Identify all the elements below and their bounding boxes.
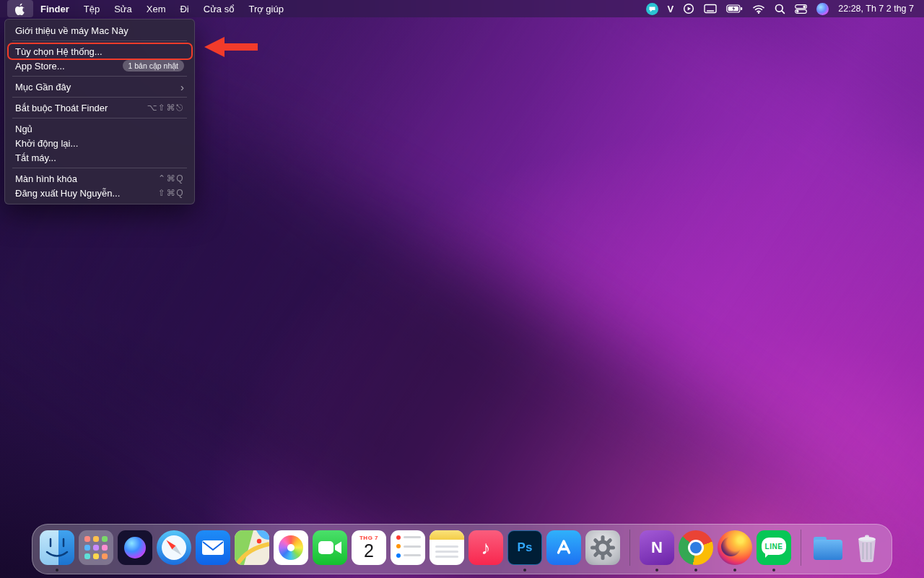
menu-separator [12, 40, 187, 41]
running-indicator [523, 569, 526, 571]
dock-item-notes[interactable] [430, 530, 464, 565]
menu-item-force-quit[interactable]: Bắt buộc Thoát Finder ⌥⇧⌘⎋ [5, 100, 194, 115]
input-source-indicator[interactable]: V [668, 0, 674, 17]
menu-item-about-this-mac[interactable]: Giới thiệu về máy Mac Này [5, 23, 194, 38]
dock: THG 7 2 ♪ Ps [32, 524, 892, 574]
control-center-icon[interactable] [795, 0, 807, 17]
photoshop-label: Ps [518, 540, 533, 555]
menu-item-label: Tùy chọn Hệ thống... [15, 46, 103, 57]
dock-item-music[interactable]: ♪ [468, 530, 503, 565]
battery-icon[interactable] [726, 0, 743, 17]
line-label: LINE [762, 538, 786, 555]
system-preferences-icon [585, 530, 620, 565]
siri-icon[interactable] [816, 0, 829, 17]
facetime-icon [313, 530, 347, 565]
menu-item-label: Đăng xuất Huy Nguyễn... [15, 188, 120, 199]
menu-item-shortcut: ⌥⇧⌘⎋ [147, 103, 184, 113]
dock-item-finder[interactable] [40, 530, 74, 565]
menu-item-sleep[interactable]: Ngủ [5, 121, 194, 136]
calendar-day-label: 2 [364, 541, 374, 560]
dock-item-reminders[interactable] [391, 530, 425, 565]
dock-item-chrome[interactable] [679, 530, 713, 565]
apple-menu-dropdown: Giới thiệu về máy Mac Này Tùy chọn Hệ th… [4, 19, 195, 204]
notes-icon [430, 530, 464, 565]
menu-item-recent-items[interactable]: Mục Gần đây › [5, 79, 194, 94]
dock-item-onenote[interactable]: N [640, 530, 674, 565]
onenote-label: N [651, 538, 663, 557]
menu-item-label: Màn hình khóa [15, 173, 77, 184]
screen-record-icon[interactable] [683, 0, 694, 17]
dock-item-app-store[interactable] [546, 530, 581, 565]
dock-item-system-preferences[interactable] [585, 530, 620, 565]
dock-item-safari[interactable] [157, 530, 191, 565]
dock-item-calendar[interactable]: THG 7 2 [352, 530, 386, 565]
menubar-menu-view[interactable]: Xem [139, 0, 173, 17]
submenu-chevron-icon: › [180, 82, 184, 92]
siri-dock-icon [118, 530, 152, 565]
dock-item-mail[interactable] [196, 530, 230, 565]
menu-item-shut-down[interactable]: Tắt máy... [5, 150, 194, 165]
finder-icon [40, 530, 74, 565]
dock-item-trash[interactable] [850, 530, 884, 565]
menubar-status-area: V [646, 0, 917, 17]
dock-item-photoshop[interactable]: Ps [507, 530, 542, 565]
running-indicator [655, 569, 658, 571]
dock-item-folder[interactable] [811, 530, 845, 565]
line-icon: LINE [757, 530, 791, 565]
onenote-icon: N [640, 530, 674, 565]
menu-item-label: Mục Gần đây [15, 82, 71, 92]
menu-item-restart[interactable]: Khởi động lại... [5, 136, 194, 150]
menubar-menu-edit[interactable]: Sửa [107, 0, 139, 17]
spotlight-icon[interactable] [775, 0, 785, 17]
menu-item-label: Khởi động lại... [15, 138, 78, 149]
dock-item-photos[interactable] [274, 530, 308, 565]
annotation-arrow [204, 37, 258, 57]
chat-app-icon[interactable] [646, 0, 658, 17]
folder-icon [811, 530, 845, 565]
chrome-icon [679, 530, 713, 565]
launchpad-icon [79, 530, 113, 565]
menubar-menu-window[interactable]: Cửa sổ [196, 0, 242, 17]
menu-item-app-store[interactable]: App Store... 1 bản cập nhật [5, 59, 194, 73]
menu-item-log-out[interactable]: Đăng xuất Huy Nguyễn... ⇧⌘Q [5, 186, 194, 200]
menu-separator [12, 168, 187, 168]
menubar-app-name[interactable]: Finder [33, 0, 77, 17]
menubar-clock[interactable]: 22:28, Th 7 2 thg 7 [838, 4, 917, 14]
menu-separator [12, 97, 187, 98]
dock-item-firefox[interactable] [718, 530, 752, 565]
running-indicator [56, 569, 58, 571]
trash-icon [850, 530, 884, 565]
menu-item-shortcut: ⇧⌘Q [158, 188, 184, 198]
photoshop-icon: Ps [507, 530, 542, 565]
menu-separator [12, 76, 187, 77]
music-note-glyph: ♪ [481, 537, 491, 559]
dock-item-maps[interactable] [235, 530, 269, 565]
menu-item-system-preferences[interactable]: Tùy chọn Hệ thống... [5, 44, 194, 59]
running-indicator [772, 569, 775, 571]
menubar-menu-go[interactable]: Đi [173, 0, 196, 17]
mail-icon [196, 530, 230, 565]
dock-item-facetime[interactable] [313, 530, 347, 565]
menu-item-label: Ngủ [15, 124, 32, 134]
menu-item-shortcut: ⌃⌘Q [158, 173, 184, 184]
menubar-menu-help[interactable]: Trợ giúp [241, 0, 291, 17]
keyboard-icon[interactable] [704, 0, 717, 17]
menu-separator [12, 118, 187, 118]
firefox-icon [718, 530, 752, 565]
running-indicator [733, 569, 736, 571]
wifi-icon[interactable] [752, 0, 765, 17]
menu-item-lock-screen[interactable]: Màn hình khóa ⌃⌘Q [5, 171, 194, 186]
apple-icon [15, 3, 25, 15]
app-store-icon [546, 530, 581, 565]
dock-item-launchpad[interactable] [79, 530, 113, 565]
menubar-menu-file[interactable]: Tệp [77, 0, 107, 17]
dock-item-siri[interactable] [118, 530, 152, 565]
dock-item-line[interactable]: LINE [757, 530, 791, 565]
safari-icon [157, 530, 191, 565]
apple-menu-button[interactable] [7, 0, 33, 17]
menu-item-label: App Store... [15, 61, 65, 72]
desktop: Finder Tệp Sửa Xem Đi Cửa sổ Trợ giúp V [0, 0, 924, 578]
reminders-icon [391, 530, 425, 565]
maps-icon [235, 530, 269, 565]
menu-bar: Finder Tệp Sửa Xem Đi Cửa sổ Trợ giúp V [0, 0, 924, 17]
